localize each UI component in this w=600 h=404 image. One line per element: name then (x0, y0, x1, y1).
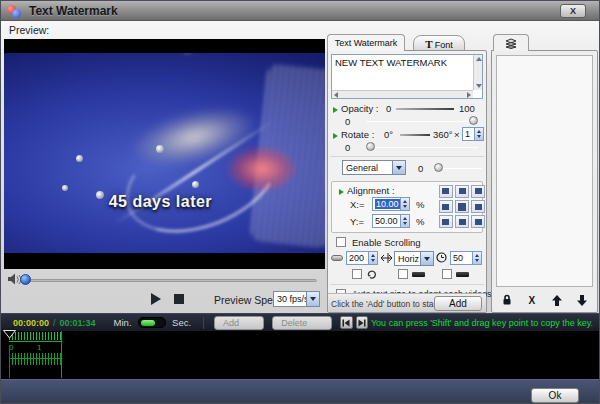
prev-key-button[interactable] (340, 316, 352, 329)
align-middle-left[interactable] (439, 200, 453, 213)
alignment-grid (439, 185, 485, 228)
enable-scrolling-checkbox[interactable] (336, 237, 346, 247)
y-percent: % (416, 216, 424, 227)
time-separator: / (53, 318, 56, 328)
textarea-vertical-scrollbar[interactable] (473, 55, 482, 90)
spinner-buttons[interactable] (368, 252, 377, 264)
rotate-mult-sign: × (454, 129, 460, 140)
watermark-text-value: NEW TEXT WATERMARK (335, 57, 447, 68)
playhead-line[interactable] (9, 345, 10, 378)
watermark-text-input[interactable]: NEW TEXT WATERMARK (331, 54, 483, 99)
delete-key-button[interactable]: Delete Key (272, 316, 332, 330)
red-glow (225, 145, 299, 193)
dropdown-arrow-button[interactable] (420, 252, 433, 265)
current-time: 00:00:00 (13, 318, 49, 328)
chevron-down-icon (310, 297, 316, 301)
text-watermark-dialog: Text Watermark X Preview: 45 days later … (0, 0, 600, 404)
preset-value: General (343, 161, 392, 174)
move-up-button[interactable] (548, 292, 566, 308)
timeline-track[interactable]: 0 1 (1, 331, 599, 379)
watermark-list-panel: X (491, 50, 598, 313)
opacity-max: 100 (459, 103, 475, 114)
divider (203, 317, 204, 329)
y-spinner[interactable]: 50.00 (372, 214, 410, 228)
tab-watermark-list[interactable] (493, 34, 529, 51)
scroll-speed-spinner[interactable]: 200 (346, 251, 378, 265)
spinner-buttons[interactable] (472, 252, 481, 264)
alignment-label: Alignment : (347, 185, 395, 196)
app-icon (7, 4, 21, 18)
min-sec-toggle[interactable] (138, 317, 167, 328)
align-center[interactable] (455, 200, 469, 213)
loop-icon (366, 268, 378, 280)
tab-font[interactable]: TFont (413, 35, 465, 51)
scroll-left-icon (334, 92, 338, 98)
preview-label: Preview: (9, 24, 49, 36)
rotate-slider-handle[interactable] (366, 142, 375, 151)
rotate-mult-value: 1 (465, 129, 470, 139)
add-button[interactable]: Add (434, 296, 482, 311)
preset-slider-handle[interactable] (434, 163, 443, 172)
align-bottom-center[interactable] (455, 215, 469, 228)
textarea-horizontal-scrollbar[interactable] (332, 90, 473, 98)
rotate-max: 360° (433, 129, 453, 140)
min-label: Min. (114, 317, 132, 328)
rotate-slider-track[interactable] (366, 147, 478, 148)
stop-button[interactable] (173, 293, 185, 305)
scroll-direction-dropdown[interactable]: Horiz (394, 251, 434, 266)
rotate-mult-spinner[interactable]: 1 (462, 127, 484, 141)
x-spinner[interactable]: 10.00 (372, 197, 410, 211)
preview-speed-dropdown[interactable]: 30 fps/s (273, 291, 320, 307)
scroll-speed-value: 200 (349, 253, 364, 263)
video-caption: 45 days later (109, 193, 212, 211)
volume-slider-track[interactable] (23, 279, 317, 282)
opacity-slider-track[interactable] (366, 121, 478, 122)
y-value: 50.00 (375, 216, 398, 226)
opacity-slider-handle[interactable] (469, 116, 478, 125)
scroll-right-icon (467, 92, 471, 98)
scroll-time-spinner[interactable]: 50 (450, 251, 482, 265)
fade-checkbox[interactable] (398, 269, 408, 279)
add-key-button[interactable]: Add Key (214, 316, 264, 330)
settings-footer: Click the 'Add' button to start -> Add (328, 293, 486, 312)
delete-watermark-button[interactable]: X (523, 292, 541, 308)
spinner-buttons[interactable] (400, 198, 409, 210)
opacity-min: 0 (386, 103, 391, 114)
close-button[interactable]: X (560, 4, 586, 18)
align-bottom-left[interactable] (439, 215, 453, 228)
align-middle-right[interactable] (471, 200, 485, 213)
dropdown-arrow-button[interactable] (392, 161, 405, 174)
playhead-marker-icon[interactable] (3, 330, 16, 339)
lock-button[interactable] (498, 292, 516, 308)
arrow-down-icon (577, 295, 587, 306)
ok-button[interactable]: Ok (531, 388, 579, 403)
watermark-list[interactable] (496, 55, 593, 287)
speaker-icon (7, 273, 21, 286)
loop-checkbox[interactable] (352, 269, 362, 279)
skip-end-icon (358, 319, 366, 327)
spinner-buttons[interactable] (474, 128, 483, 140)
align-top-center[interactable] (455, 185, 469, 198)
timeline-ticks-mid (9, 353, 61, 365)
section-bullet-icon (339, 189, 344, 195)
video-preview: 45 days later (4, 39, 325, 269)
play-button[interactable] (149, 292, 163, 306)
volume-slider-knob[interactable] (20, 274, 31, 285)
sphere (62, 185, 68, 191)
dropdown-arrow-button[interactable] (306, 292, 319, 306)
preset-dropdown[interactable]: General (342, 160, 406, 175)
align-top-right[interactable] (471, 185, 485, 198)
tab-font-label: Font (435, 40, 453, 50)
fade2-checkbox[interactable] (442, 269, 452, 279)
preview-speed-value: 30 fps/s (274, 292, 306, 306)
next-key-button[interactable] (356, 316, 368, 329)
fade2-bar-icon (456, 272, 469, 277)
align-bottom-right[interactable] (471, 215, 485, 228)
lock-icon (502, 294, 512, 306)
sec-label: Sec. (172, 317, 191, 328)
align-top-left[interactable] (439, 185, 453, 198)
tab-text-watermark[interactable]: Text Watermark (327, 34, 405, 51)
sphere (192, 181, 199, 188)
move-down-button[interactable] (573, 292, 591, 308)
spinner-buttons[interactable] (400, 215, 409, 227)
